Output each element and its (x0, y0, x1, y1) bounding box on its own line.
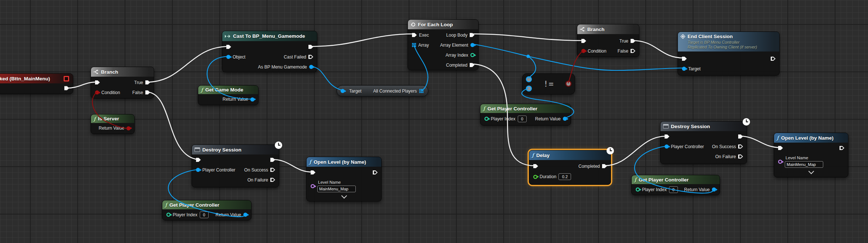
player-controller-pin[interactable] (196, 168, 200, 172)
pin-label-array: Array (418, 43, 429, 48)
cast-failed-exec-pin[interactable] (308, 54, 313, 59)
array-index-pin[interactable] (470, 53, 474, 57)
player-index-pin[interactable] (166, 213, 170, 217)
event-delegate-icon[interactable] (64, 76, 69, 81)
node-title: Branch (587, 27, 605, 32)
player-index-pin[interactable] (484, 117, 489, 121)
exec-out-pin[interactable] (738, 134, 743, 139)
exec-out-pin[interactable] (373, 170, 378, 175)
false-exec-pin[interactable] (631, 49, 635, 53)
node-open-level-right[interactable]: ƒ Open Level (by Name) Level Name (774, 133, 848, 177)
expand-pins-chevron[interactable] (307, 192, 381, 201)
exec-out-pin[interactable] (64, 86, 69, 91)
completed-exec-pin[interactable] (602, 164, 607, 169)
input-b-pin[interactable] (527, 87, 531, 91)
false-exec-pin[interactable] (145, 90, 150, 95)
exec-in-pin[interactable] (226, 44, 231, 49)
loop-body-exec-pin[interactable] (470, 33, 474, 37)
node-branch-2[interactable]: Branch True Condition False (577, 24, 639, 57)
node-get-game-mode[interactable]: ƒ Get Game Mode Return Value (198, 85, 259, 105)
exec-out-pin[interactable] (771, 56, 776, 61)
condition-pin[interactable] (581, 49, 585, 53)
node-not-equal[interactable]: != (522, 73, 575, 94)
input-a-pin[interactable] (527, 77, 531, 81)
target-pin[interactable] (341, 89, 345, 93)
exec-in-pin[interactable] (412, 33, 417, 37)
node-event-clicked-bttn-mainmenu[interactable]: Clicked (Bttn_MainMenu) (0, 73, 73, 94)
return-value-pin[interactable] (563, 117, 567, 121)
on-success-exec-pin[interactable] (270, 167, 275, 172)
condition-pin[interactable] (95, 90, 99, 94)
true-exec-pin[interactable] (145, 80, 150, 85)
expand-pins-chevron[interactable] (774, 168, 848, 177)
exec-in-pin[interactable] (682, 56, 687, 61)
reroute-node[interactable] (527, 55, 530, 58)
node-open-level-left[interactable]: ƒ Open Level (by Name) Level Name (306, 157, 382, 202)
on-failure-exec-pin[interactable] (270, 177, 275, 182)
node-get-player-controller-bottom-right[interactable]: ƒ Get Player Controller Player Index Ret… (631, 175, 720, 195)
pin-label-object: Object (233, 54, 246, 60)
player-index-input[interactable] (200, 212, 209, 218)
node-title: Get Player Controller (639, 177, 689, 183)
exec-out-pin[interactable] (270, 157, 275, 162)
node-cast-to-bp-menu-gamemode[interactable]: Cast To BP_Menu_Gamemode Object Cast Fai… (222, 31, 317, 72)
player-index-input[interactable] (518, 116, 527, 122)
exec-in-pin[interactable] (533, 164, 538, 169)
node-get-player-controller-mid[interactable]: ƒ Get Player Controller Player Index Ret… (480, 104, 571, 126)
node-get-player-controller-bottom-left[interactable]: ƒ Get Player Controller Player Index Ret… (162, 200, 251, 220)
pin-label-player-controller: Player Controller (202, 167, 235, 173)
node-header: ƒ Is Server (91, 114, 134, 123)
true-exec-pin[interactable] (631, 39, 635, 43)
exec-in-pin[interactable] (665, 134, 669, 139)
node-is-server[interactable]: ƒ Is Server Return Value (91, 114, 135, 134)
pin-label-return-value: Return Value (684, 187, 710, 192)
duration-pin[interactable] (533, 175, 537, 179)
pin-label-array-element: Array Element (440, 43, 468, 48)
as-bp-menu-gamemode-pin[interactable] (309, 65, 313, 69)
node-get-all-connected-players[interactable]: Target All Connected Players (337, 85, 428, 97)
level-name-input[interactable] (785, 161, 823, 168)
array-in-pin[interactable] (412, 43, 416, 47)
exec-out-pin[interactable] (308, 44, 313, 49)
level-name-pin[interactable] (311, 184, 315, 188)
return-value-pin[interactable] (243, 213, 247, 217)
exec-in-pin[interactable] (581, 39, 586, 43)
node-title: Branch (101, 69, 118, 75)
blueprint-graph-canvas[interactable]: Clicked (Bttn_MainMenu) Branch True Cond… (0, 0, 868, 243)
on-success-exec-pin[interactable] (738, 144, 743, 149)
level-name-input[interactable] (317, 186, 356, 192)
array-element-pin[interactable] (470, 43, 474, 47)
player-index-pin[interactable] (636, 187, 640, 192)
result-pin[interactable] (567, 82, 571, 86)
exec-in-pin[interactable] (778, 146, 783, 150)
return-value-pin[interactable] (126, 126, 131, 130)
node-destroy-session-left[interactable]: Destroy Session Player Controller On Suc… (192, 144, 279, 187)
pin-label-array-index: Array Index (446, 53, 468, 58)
level-name-pin[interactable] (778, 160, 782, 164)
exec-in-pin[interactable] (196, 157, 201, 162)
node-title: Open Level (by Name) (314, 159, 366, 165)
branch-icon (580, 27, 585, 31)
player-index-input[interactable] (669, 186, 678, 193)
on-failure-exec-pin[interactable] (738, 154, 743, 159)
pin-label-on-success: On Success (244, 167, 268, 173)
node-branch-1[interactable]: Branch True Condition False (91, 67, 154, 99)
target-pin[interactable] (682, 67, 686, 71)
return-value-pin[interactable] (712, 187, 716, 192)
node-for-each-loop[interactable]: For Each Loop Exec Loop Body Array Array… (408, 19, 479, 70)
chevron-down-icon (808, 169, 814, 174)
node-end-client-session[interactable]: End Client Session Target is BP Menu Con… (678, 31, 780, 76)
exec-in-pin[interactable] (311, 170, 315, 175)
pin-label-completed: Completed (446, 63, 467, 68)
array-out-pin[interactable] (419, 89, 423, 93)
function-icon: ƒ (201, 87, 203, 93)
node-destroy-session-right[interactable]: Destroy Session Player Controller On Suc… (660, 121, 747, 164)
player-controller-pin[interactable] (665, 144, 669, 149)
exec-out-pin[interactable] (840, 146, 844, 150)
return-value-pin[interactable] (250, 97, 254, 101)
node-delay[interactable]: ƒ Delay Completed Duration (529, 150, 611, 185)
object-pin[interactable] (226, 55, 230, 59)
completed-exec-pin[interactable] (470, 63, 474, 67)
duration-input[interactable] (558, 173, 571, 180)
exec-in-pin[interactable] (95, 80, 100, 85)
